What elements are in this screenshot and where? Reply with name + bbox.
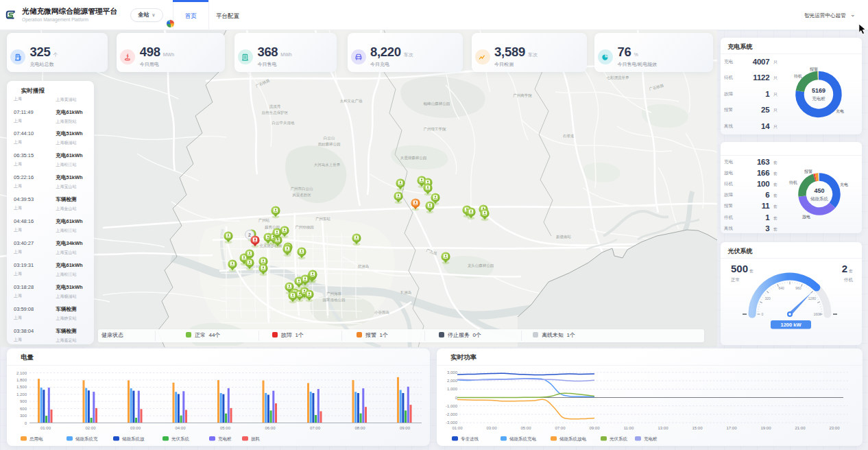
svg-text:06:00: 06:00 — [265, 426, 276, 430]
svg-text:新塘南站: 新塘南站 — [556, 235, 572, 239]
svg-text:03:00: 03:00 — [130, 426, 141, 430]
svg-text:1,000: 1,000 — [447, 387, 458, 391]
svg-text:1,800: 1,800 — [16, 378, 27, 382]
svg-text:640: 640 — [778, 286, 784, 290]
svg-text:广州理工学院: 广州理工学院 — [424, 127, 447, 132]
svg-text:04:00: 04:00 — [175, 426, 186, 430]
svg-text:待机: 待机 — [794, 74, 802, 79]
svg-text:白云中央湿地: 白云中央湿地 — [272, 121, 296, 126]
svg-text:充电桩: 充电桩 — [812, 96, 825, 102]
svg-text:七彩漂流世界: 七彩漂流世界 — [607, 75, 630, 80]
svg-text:帽峰山森林公园: 帽峰山森林公园 — [424, 102, 450, 106]
svg-text:广州东站: 广州东站 — [315, 217, 331, 221]
svg-text:充电: 充电 — [840, 182, 848, 187]
svg-text:天鹿湖森林公园: 天鹿湖森林公园 — [400, 156, 427, 161]
svg-text:600: 600 — [20, 407, 27, 411]
svg-text:待机: 待机 — [789, 180, 797, 185]
svg-text:1,500: 1,500 — [16, 385, 27, 389]
svg-text:21:00: 21:00 — [795, 426, 806, 430]
svg-text:960: 960 — [795, 286, 801, 290]
svg-text:充电桩: 充电桩 — [218, 436, 232, 442]
svg-text:01:00: 01:00 — [452, 426, 463, 430]
svg-text:-1,000: -1,000 — [446, 404, 458, 408]
svg-text:国家湿地公园: 国家湿地公园 — [323, 298, 346, 303]
svg-text:02:00: 02:00 — [85, 426, 96, 430]
svg-text:23:00: 23:00 — [829, 426, 840, 430]
svg-text:原始森林公园: 原始森林公园 — [318, 142, 341, 147]
svg-text:广州市白云山: 广州市白云山 — [291, 187, 313, 191]
svg-text:450: 450 — [814, 187, 824, 194]
svg-text:石坡道: 石坡道 — [563, 134, 575, 139]
svg-text:07:00: 07:00 — [310, 426, 321, 430]
svg-text:2: 2 — [248, 233, 251, 237]
svg-text:3,000: 3,000 — [447, 370, 458, 375]
svg-text:损耗: 损耗 — [251, 436, 261, 442]
svg-text:-2,000: -2,000 — [446, 412, 458, 416]
svg-text:龙头山森林公园: 龙头山森林公园 — [468, 263, 494, 268]
svg-text:光伏系统: 光伏系统 — [610, 436, 628, 442]
svg-text:流溪湾: 流溪湾 — [269, 104, 281, 109]
svg-text:琶洲岛: 琶洲岛 — [358, 264, 370, 269]
svg-text:放电: 放电 — [802, 214, 810, 220]
svg-text:广州动物园: 广州动物园 — [295, 225, 314, 230]
svg-text:总用电: 总用电 — [29, 436, 43, 442]
svg-text:太和文化广场: 太和文化广场 — [340, 99, 363, 104]
svg-text:5169: 5169 — [812, 87, 825, 94]
svg-text:报警: 报警 — [804, 169, 812, 174]
svg-text:05:00: 05:00 — [220, 426, 231, 430]
svg-text:白云山: 白云山 — [324, 136, 335, 141]
svg-text:广州海珠: 广州海珠 — [326, 292, 342, 296]
svg-text:储能系统: 储能系统 — [810, 196, 829, 202]
svg-text:自然生态保护区: 自然生态保护区 — [262, 110, 289, 115]
svg-text:小谷围岛: 小谷围岛 — [374, 310, 389, 315]
svg-text:09:00: 09:00 — [400, 426, 411, 430]
svg-text:储能系统充电: 储能系统充电 — [509, 436, 537, 442]
svg-text:光伏系统: 光伏系统 — [171, 436, 190, 442]
svg-text:05:00: 05:00 — [520, 426, 531, 430]
svg-text:1280: 1280 — [808, 296, 816, 300]
svg-text:储能系统放电: 储能系统放电 — [559, 436, 587, 442]
svg-text:2,100: 2,100 — [16, 371, 27, 375]
svg-text:报警: 报警 — [809, 67, 818, 72]
svg-text:1,200: 1,200 — [16, 392, 27, 396]
svg-text:08:00: 08:00 — [354, 426, 365, 430]
svg-text:1600: 1600 — [813, 312, 821, 316]
svg-text:风景名胜区: 风景名胜区 — [292, 193, 311, 197]
svg-text:1200 kW: 1200 kW — [780, 322, 801, 328]
svg-text:专变进线: 专变进线 — [461, 436, 479, 442]
svg-text:广州商学院: 广州商学院 — [513, 93, 532, 98]
svg-text:17:00: 17:00 — [726, 426, 737, 430]
svg-text:11:00: 11:00 — [624, 426, 634, 430]
svg-text:320: 320 — [764, 296, 771, 300]
svg-text:300: 300 — [20, 414, 27, 418]
svg-text:13:00: 13:00 — [658, 426, 668, 430]
svg-text:0: 0 — [25, 421, 27, 425]
svg-text:09:00: 09:00 — [589, 426, 600, 430]
svg-text:储能系统放: 储能系统放 — [122, 436, 145, 442]
svg-text:900: 900 — [20, 399, 27, 403]
svg-text:2,000: 2,000 — [447, 379, 458, 383]
svg-text:充电: 充电 — [836, 109, 844, 114]
svg-text:15:00: 15:00 — [692, 426, 703, 430]
svg-text:广州站: 广州站 — [258, 218, 270, 222]
svg-text:19:00: 19:00 — [760, 426, 771, 430]
svg-text:07:00: 07:00 — [555, 426, 566, 430]
svg-text:储能系统充: 储能系统充 — [75, 436, 98, 442]
svg-text:大河马水上世界: 大河马水上世界 — [314, 163, 341, 167]
svg-text:03:00: 03:00 — [486, 426, 497, 430]
svg-text:长洲岛: 长洲岛 — [400, 290, 412, 295]
svg-text:0: 0 — [762, 312, 764, 316]
svg-text:-3,000: -3,000 — [446, 421, 458, 425]
svg-text:01:00: 01:00 — [40, 426, 51, 430]
svg-text:充电桩: 充电桩 — [644, 436, 658, 442]
